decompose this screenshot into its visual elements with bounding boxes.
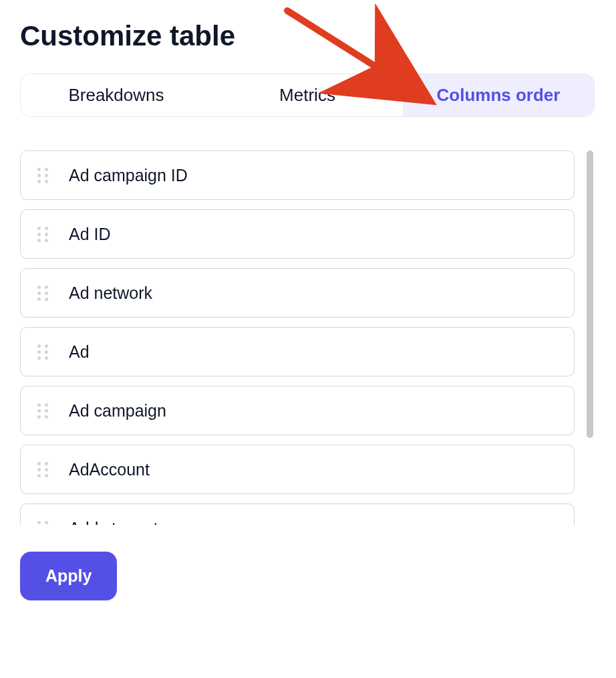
column-row[interactable]: Adds to cart (20, 503, 575, 525)
column-label: Ad campaign ID (69, 166, 188, 185)
apply-button[interactable]: Apply (20, 552, 117, 600)
column-label: Ad campaign (69, 401, 166, 421)
drag-handle-icon[interactable] (35, 459, 50, 479)
column-label: Ad (69, 342, 90, 362)
column-row[interactable]: Ad campaign ID (20, 150, 575, 200)
page-title: Customize table (20, 20, 596, 52)
column-row[interactable]: Ad (20, 327, 575, 376)
columns-list: Ad campaign ID Ad ID Ad network Ad (20, 150, 575, 525)
column-row[interactable]: Ad ID (20, 209, 575, 259)
tab-columns-order[interactable]: Columns order (403, 74, 594, 116)
scrollbar-track[interactable] (585, 150, 595, 525)
drag-handle-icon[interactable] (35, 224, 50, 244)
tab-metrics[interactable]: Metrics (212, 74, 403, 116)
columns-list-container: Ad campaign ID Ad ID Ad network Ad (20, 150, 595, 525)
column-row[interactable]: Ad campaign (20, 386, 575, 435)
tab-breakdowns[interactable]: Breakdowns (21, 74, 212, 116)
scrollbar-thumb[interactable] (587, 150, 593, 438)
column-label: Adds to cart (69, 519, 158, 526)
column-row[interactable]: AdAccount (20, 445, 575, 494)
tabs: Breakdowns Metrics Columns order (20, 74, 595, 117)
column-label: Ad ID (69, 225, 111, 244)
column-label: Ad network (69, 284, 152, 303)
column-row[interactable]: Ad network (20, 268, 575, 318)
column-label: AdAccount (69, 460, 150, 479)
drag-handle-icon[interactable] (35, 342, 50, 362)
drag-handle-icon[interactable] (35, 401, 50, 421)
drag-handle-icon[interactable] (35, 165, 50, 185)
drag-handle-icon[interactable] (35, 518, 50, 525)
drag-handle-icon[interactable] (35, 283, 50, 303)
